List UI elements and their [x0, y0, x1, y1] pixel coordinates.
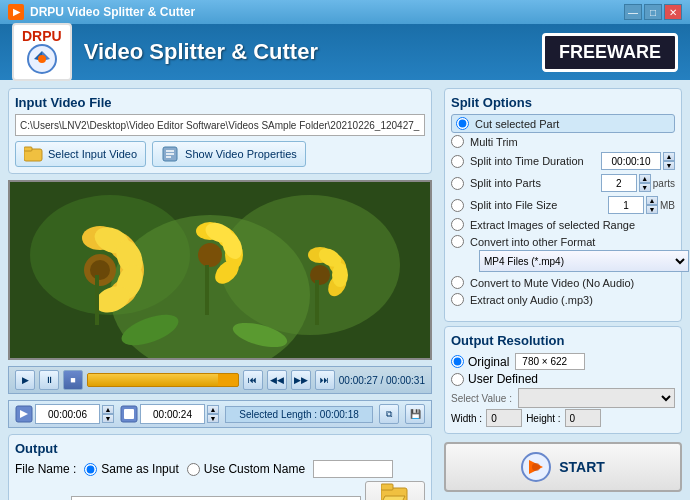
minimize-button[interactable]: — [624, 4, 642, 20]
svg-point-1 [38, 55, 46, 63]
filesize-unit: MB [660, 200, 675, 211]
time-duration-up[interactable]: ▲ [663, 152, 675, 161]
select-input-label: Select Input Video [48, 148, 137, 160]
resolution-select[interactable] [518, 388, 675, 408]
start-time-input: ▲ ▼ [15, 404, 114, 424]
play-button[interactable]: ▶ [15, 370, 35, 390]
split-options-title: Split Options [451, 95, 675, 110]
output-title: Output [15, 441, 425, 456]
format-select[interactable]: MP4 Files (*.mp4) AVI Files (*.avi) MKV … [479, 250, 689, 272]
split-multitrim-radio[interactable] [451, 135, 464, 148]
same-as-input-radio[interactable] [84, 463, 97, 476]
end-time-down[interactable]: ▼ [207, 414, 219, 423]
start-time-down[interactable]: ▼ [102, 414, 114, 423]
location-path-input[interactable] [71, 496, 361, 500]
end-time-spinners: ▲ ▼ [207, 405, 219, 423]
custom-name-field[interactable] [313, 460, 393, 478]
rewind-button[interactable]: ◀◀ [267, 370, 287, 390]
split-audio-label: Extract only Audio (.mp3) [470, 294, 675, 306]
same-as-input-option[interactable]: Same as Input [84, 462, 178, 476]
split-convertformat-radio[interactable] [451, 235, 464, 248]
split-extractimages-radio[interactable] [451, 218, 464, 231]
maximize-button[interactable]: □ [644, 4, 662, 20]
file-path-input[interactable] [15, 114, 425, 136]
filename-label: File Name : [15, 462, 76, 476]
output-section: Output File Name : Same as Input Use Cus… [8, 434, 432, 500]
split-timeduration-radio[interactable] [451, 155, 464, 168]
freeware-badge: FREEWARE [542, 33, 678, 72]
split-timeduration-label: Split into Time Duration [470, 155, 595, 167]
start-button[interactable]: START [444, 442, 682, 492]
forward-button[interactable]: ▶▶ [291, 370, 311, 390]
split-option-filesize: Split into File Size ▲ ▼ MB [451, 194, 675, 216]
svg-rect-45 [381, 484, 393, 490]
split-options-section: Split Options Cut selected Part Multi Tr… [444, 88, 682, 322]
svg-marker-46 [381, 496, 405, 500]
user-defined-option[interactable]: User Defined [451, 372, 538, 386]
select-input-button[interactable]: Select Input Video [15, 141, 146, 167]
start-time-up[interactable]: ▲ [102, 405, 114, 414]
end-time-up[interactable]: ▲ [207, 405, 219, 414]
end-time-field[interactable] [140, 404, 205, 424]
title-controls: — □ ✕ [624, 4, 682, 20]
select-folder-button[interactable]: Select Folder [365, 481, 425, 500]
split-parts-label: Split into Parts [470, 177, 595, 189]
split-cut-radio[interactable] [456, 117, 469, 130]
start-time-field[interactable] [35, 404, 100, 424]
split-option-timeduration: Split into Time Duration ▲ ▼ [451, 150, 675, 172]
pause-button[interactable]: ⏸ [39, 370, 59, 390]
next-button[interactable]: ⏭ [315, 370, 335, 390]
copy-button[interactable]: ⧉ [379, 404, 399, 424]
split-filesize-value: ▲ ▼ MB [608, 196, 675, 214]
svg-rect-37 [95, 275, 99, 325]
custom-name-option[interactable]: Use Custom Name [187, 462, 305, 476]
start-time-spinners: ▲ ▼ [102, 405, 114, 423]
start-label: START [559, 459, 605, 475]
video-controls-bar: ▶ ⏸ ■ ⏮ ◀◀ ▶▶ ⏭ 00:00:27 / 00:00:31 [8, 366, 432, 394]
original-option[interactable]: Original [451, 355, 509, 369]
custom-name-radio[interactable] [187, 463, 200, 476]
split-parts-value: ▲ ▼ parts [601, 174, 675, 192]
split-mute-radio[interactable] [451, 276, 464, 289]
original-radio[interactable] [451, 355, 464, 368]
height-input[interactable] [565, 409, 601, 427]
svg-point-33 [332, 263, 348, 287]
drpu-logo: DRPU [12, 23, 72, 81]
filesize-up[interactable]: ▲ [646, 196, 658, 205]
split-cut-label: Cut selected Part [475, 118, 670, 130]
app-title: Video Splitter & Cutter [84, 39, 530, 65]
save-segment-button[interactable]: 💾 [405, 404, 425, 424]
split-convertformat-label: Convert into other Format [470, 236, 675, 248]
filesize-field[interactable] [608, 196, 644, 214]
parts-field[interactable] [601, 174, 637, 192]
prev-button[interactable]: ⏮ [243, 370, 263, 390]
user-defined-radio[interactable] [451, 373, 464, 386]
time-duration-down[interactable]: ▼ [663, 161, 675, 170]
svg-point-28 [198, 243, 222, 267]
folder-open-icon [381, 482, 409, 500]
input-video-title: Input Video File [15, 95, 425, 110]
parts-up[interactable]: ▲ [639, 174, 651, 183]
start-icon [521, 452, 551, 482]
video-frame [10, 182, 430, 358]
split-extractimages-label: Extract Images of selected Range [470, 219, 675, 231]
filesize-down[interactable]: ▼ [646, 205, 658, 214]
parts-down[interactable]: ▼ [639, 183, 651, 192]
show-properties-button[interactable]: Show Video Properties [152, 141, 306, 167]
video-preview [8, 180, 432, 360]
output-resolution-section: Output Resolution Original 780 × 622 Use… [444, 326, 682, 434]
close-button[interactable]: ✕ [664, 4, 682, 20]
split-filesize-radio[interactable] [451, 199, 464, 212]
width-input[interactable] [486, 409, 522, 427]
stop-button[interactable]: ■ [63, 370, 83, 390]
progress-bar[interactable] [87, 373, 239, 387]
split-audio-radio[interactable] [451, 293, 464, 306]
time-duration-field[interactable] [601, 152, 661, 170]
right-panel: Split Options Cut selected Part Multi Tr… [440, 80, 690, 500]
left-panel: Input Video File Select Input Video [0, 80, 440, 500]
split-parts-radio[interactable] [451, 177, 464, 190]
split-multitrim-label: Multi Trim [470, 136, 675, 148]
svg-rect-39 [315, 280, 319, 325]
location-row: Location : Select Folder [15, 481, 425, 500]
total-time: 00:00:31 [386, 375, 425, 386]
